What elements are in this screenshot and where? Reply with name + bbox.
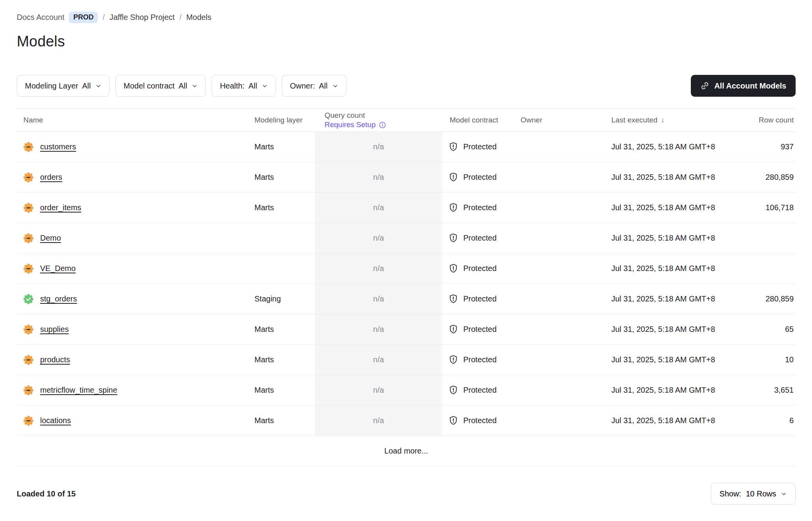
owner-cell [513, 132, 604, 162]
chevron-down-icon [262, 83, 268, 89]
filter-label: Model contract [124, 82, 175, 90]
loaded-status: Loaded 10 of 15 [17, 489, 76, 498]
all-account-models-button[interactable]: All Account Models [691, 75, 796, 97]
name-cell: Demo [17, 223, 254, 253]
health-status-icon [23, 264, 34, 274]
query-count-cell: n/a [315, 284, 442, 314]
shield-exclamation-icon [448, 324, 459, 335]
model-name-link[interactable]: stg_orders [40, 294, 77, 303]
filter-owner[interactable]: Owner: All [282, 75, 346, 97]
filter-modeling-layer[interactable]: Modeling Layer All [17, 75, 109, 97]
name-cell: order_items [17, 193, 254, 223]
breadcrumb-account-link[interactable]: Docs Account [17, 13, 64, 22]
modeling-layer-cell: Marts [254, 375, 315, 405]
show-rows-dropdown[interactable]: Show: 10 Rows [711, 483, 796, 505]
health-status-icon [23, 355, 34, 365]
health-status-icon [23, 203, 34, 213]
chevron-down-icon [332, 83, 338, 89]
model-contract-label: Protected [463, 355, 497, 364]
query-count-cell: n/a [315, 314, 442, 344]
toolbar: Modeling Layer All Model contract All He… [17, 75, 796, 97]
filter-model-contract[interactable]: Model contract All [115, 75, 206, 97]
name-cell: metricflow_time_spine [17, 375, 254, 405]
chevron-down-icon [192, 83, 198, 89]
breadcrumb-project-link[interactable]: Jaffle Shop Project [109, 13, 175, 22]
row-count-cell [729, 253, 796, 284]
model-contract-cell: Protected [442, 284, 513, 314]
query-count-label: Query count [325, 111, 365, 120]
query-count-cell: n/a [315, 223, 442, 253]
model-name-link[interactable]: orders [40, 173, 62, 182]
health-status-icon [23, 294, 34, 304]
last-executed-cell: Jul 31, 2025, 5:18 AM GMT+8 [604, 375, 729, 405]
link-icon [700, 81, 710, 90]
row-count-cell: 3,651 [729, 375, 796, 405]
query-count-cell: n/a [315, 193, 442, 223]
query-count-cell: n/a [315, 132, 442, 162]
model-contract-cell: Protected [442, 314, 513, 344]
last-executed-cell: Jul 31, 2025, 5:18 AM GMT+8 [604, 253, 729, 284]
model-name-link[interactable]: metricflow_time_spine [40, 386, 117, 395]
modeling-layer-cell: Marts [254, 193, 315, 223]
model-contract-cell: Protected [442, 406, 513, 436]
last-executed-cell: Jul 31, 2025, 5:18 AM GMT+8 [604, 223, 729, 253]
health-status-icon [23, 416, 34, 426]
table-footer: Loaded 10 of 15 Show: 10 Rows [17, 483, 796, 505]
breadcrumb-separator: / [179, 13, 182, 22]
load-more-button[interactable]: Load more... [384, 447, 428, 455]
health-status-icon [23, 142, 34, 152]
model-name-link[interactable]: Demo [40, 234, 61, 243]
name-cell: supplies [17, 314, 254, 344]
model-name-link[interactable]: customers [40, 142, 76, 151]
chevron-down-icon [95, 83, 101, 89]
row-count-cell: 65 [729, 314, 796, 344]
model-name-link[interactable]: locations [40, 416, 71, 425]
owner-cell [513, 193, 604, 223]
model-contract-label: Protected [463, 173, 497, 182]
shield-exclamation-icon [448, 233, 459, 243]
filter-label: Owner: [290, 82, 315, 90]
query-count-cell: n/a [315, 375, 442, 405]
model-contract-label: Protected [463, 234, 497, 243]
filter-health[interactable]: Health: All [212, 75, 276, 97]
column-header-last-executed[interactable]: Last executed ↓ [604, 109, 729, 131]
row-count-cell: 937 [729, 132, 796, 162]
owner-cell [513, 406, 604, 436]
health-status-icon [23, 172, 34, 183]
last-executed-cell: Jul 31, 2025, 5:18 AM GMT+8 [604, 162, 729, 192]
model-contract-cell: Protected [442, 162, 513, 192]
shield-exclamation-icon [448, 415, 459, 426]
show-rows-value: 10 Rows [746, 489, 776, 498]
health-status-icon [23, 324, 34, 335]
model-name-link[interactable]: products [40, 355, 70, 364]
last-executed-cell: Jul 31, 2025, 5:18 AM GMT+8 [604, 132, 729, 162]
model-contract-cell: Protected [442, 223, 513, 253]
requires-setup-label: Requires Setup [325, 121, 376, 129]
environment-badge: PROD [69, 12, 98, 23]
modeling-layer-cell: Marts [254, 314, 315, 344]
requires-setup-link[interactable]: Requires Setup [325, 121, 387, 129]
model-contract-label: Protected [463, 294, 497, 303]
model-contract-cell: Protected [442, 193, 513, 223]
modeling-layer-cell [254, 253, 315, 284]
row-count-cell: 106,718 [729, 193, 796, 223]
shield-exclamation-icon [448, 385, 459, 395]
table-row: VE_Demo n/a Protected Jul 31, 2025, 5:18… [17, 253, 796, 284]
owner-cell [513, 253, 604, 284]
last-executed-cell: Jul 31, 2025, 5:18 AM GMT+8 [604, 193, 729, 223]
model-name-link[interactable]: supplies [40, 325, 69, 334]
shield-exclamation-icon [448, 172, 459, 183]
models-table: Name Modeling layer Query count Requires… [17, 108, 796, 466]
column-header-query-count: Query count Requires Setup [315, 109, 442, 131]
modeling-layer-cell: Marts [254, 345, 315, 375]
model-name-link[interactable]: order_items [40, 203, 81, 212]
model-name-link[interactable]: VE_Demo [40, 264, 76, 273]
table-row: orders Marts n/a Protected Jul 31, 2025,… [17, 162, 796, 193]
model-contract-label: Protected [463, 325, 497, 334]
modeling-layer-cell [254, 223, 315, 253]
table-row: stg_orders Staging n/a Protected Jul 31,… [17, 284, 796, 314]
owner-cell [513, 314, 604, 344]
column-header-name: Name [17, 109, 254, 131]
name-cell: locations [17, 406, 254, 436]
owner-cell [513, 284, 604, 314]
